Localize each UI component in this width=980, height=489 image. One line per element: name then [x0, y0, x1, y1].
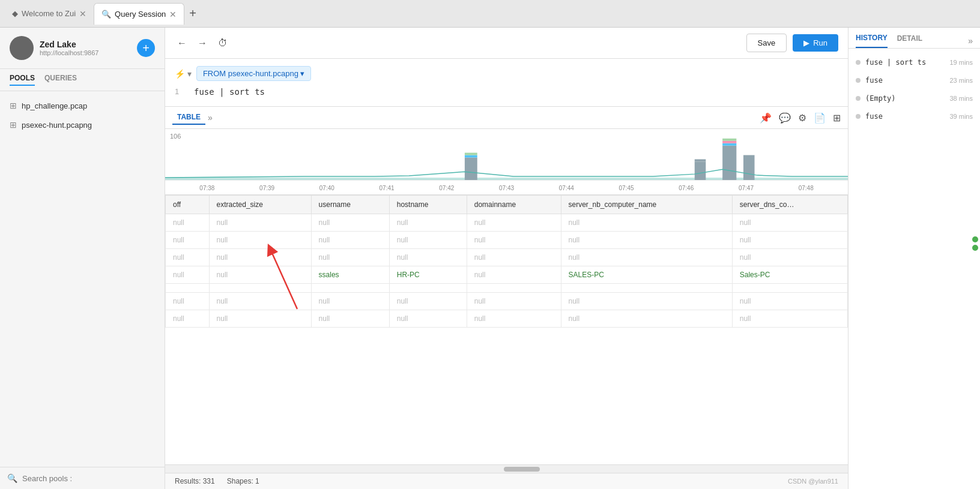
table-cell[interactable]: null	[209, 249, 311, 266]
run-button[interactable]: ▶ Run	[793, 34, 838, 52]
table-cell[interactable]: null	[389, 249, 467, 266]
filter-icon-btn[interactable]: 💬	[779, 112, 791, 124]
svg-rect-6	[695, 159, 706, 161]
col-header-extracted-size: extracted_size	[209, 196, 311, 214]
sidebar-nav-queries[interactable]: QUERIES	[44, 74, 77, 86]
history-item[interactable]: (Empty) 38 mins	[848, 89, 980, 107]
table-cell[interactable]: null	[732, 214, 847, 232]
table-cell[interactable]: null	[467, 214, 561, 232]
search-pools-input[interactable]	[22, 474, 157, 483]
tab-query[interactable]: 🔍 Query Session ✕	[94, 3, 184, 25]
pin-icon-btn[interactable]: 📌	[760, 112, 772, 124]
query-text[interactable]: fuse | sort ts	[194, 87, 265, 97]
settings-icon-btn[interactable]: ⚙	[798, 112, 806, 124]
table-hscroll[interactable]	[165, 464, 848, 473]
col-header-domainname: domainname	[467, 196, 561, 214]
table-cell[interactable]: null	[166, 214, 210, 232]
table-cell[interactable]: null	[311, 249, 389, 266]
table-cell[interactable]: null	[561, 249, 732, 266]
table-cell[interactable]: null	[311, 232, 389, 249]
pool-item-label-2: psexec-hunt.pcapng	[22, 121, 92, 130]
table-cell[interactable]: null	[389, 214, 467, 232]
table-cell[interactable]: null	[209, 310, 311, 328]
grid-icon-btn[interactable]: ⊞	[833, 112, 841, 124]
table-cell[interactable]: null	[467, 249, 561, 266]
table-cell[interactable]: null	[311, 293, 389, 310]
table-cell[interactable]	[311, 284, 389, 293]
table-cell[interactable]: null	[166, 266, 210, 284]
save-button[interactable]: Save	[746, 34, 787, 52]
col-header-hostname: hostname	[389, 196, 467, 214]
table-cell[interactable]: null	[166, 293, 210, 310]
chart-label-6: 07:44	[536, 185, 596, 191]
history-button[interactable]: ⏱	[216, 35, 230, 51]
table-cell[interactable]: null	[561, 232, 732, 249]
table-cell[interactable]	[389, 284, 467, 293]
sidebar-add-button[interactable]: +	[137, 39, 155, 57]
zed-icon: ⚡ ▾	[175, 69, 192, 79]
tab-new-button[interactable]: +	[184, 7, 201, 20]
table-cell[interactable]: null	[311, 310, 389, 328]
table-cell[interactable]: null	[209, 293, 311, 310]
pool-item-hp-challenge[interactable]: ⊞ hp_challenge.pcap	[0, 96, 165, 115]
chart-label-10: 07:48	[776, 185, 836, 191]
table-cell[interactable]: SALES-PC	[561, 266, 732, 284]
history-item[interactable]: fuse 23 mins	[848, 71, 980, 89]
table-cell[interactable]: null	[467, 232, 561, 249]
results-count: Results: 331	[175, 477, 215, 485]
history-item[interactable]: fuse 39 mins	[848, 107, 980, 125]
table-wrapper[interactable]: off extracted_size username hostname dom…	[165, 195, 848, 464]
table-cell[interactable]: null	[732, 249, 847, 266]
back-button[interactable]: ←	[175, 35, 189, 51]
results-icon-group: 📌 💬 ⚙ 📄 ⊞	[760, 112, 841, 124]
tab-detail[interactable]: DETAIL	[897, 34, 922, 47]
export-icon-btn[interactable]: 📄	[814, 112, 826, 124]
tab-query-close[interactable]: ✕	[169, 10, 177, 19]
table-cell[interactable]: null	[467, 266, 561, 284]
right-panel-expand[interactable]: »	[968, 36, 973, 46]
sidebar-nav-pools[interactable]: POOLS	[10, 74, 35, 86]
table-cell[interactable]: null	[732, 293, 847, 310]
table-cell[interactable]: null	[209, 266, 311, 284]
tab-welcome-close[interactable]: ✕	[79, 9, 86, 19]
table-cell[interactable]: HR-PC	[389, 266, 467, 284]
table-cell[interactable]: null	[732, 232, 847, 249]
table-cell[interactable]: null	[209, 214, 311, 232]
table-cell[interactable]	[561, 284, 732, 293]
table-cell[interactable]: null	[166, 232, 210, 249]
table-cell[interactable]	[732, 284, 847, 293]
tab-table[interactable]: TABLE	[172, 110, 205, 125]
table-cell[interactable]: null	[166, 310, 210, 328]
table-cell[interactable]: null	[467, 293, 561, 310]
table-cell[interactable]: null	[311, 214, 389, 232]
sidebar-header: Zed Lake http://localhost:9867 +	[0, 28, 165, 69]
table-cell[interactable]: null	[166, 249, 210, 266]
table-cell[interactable]: null	[389, 293, 467, 310]
from-badge[interactable]: FROM psexec-hunt.pcapng ▾	[196, 66, 312, 81]
sidebar-search-bar: 🔍	[0, 467, 165, 489]
hscroll-thumb[interactable]	[504, 467, 540, 472]
table-cell[interactable]: null	[732, 310, 847, 328]
table-cell[interactable]: Sales-PC	[732, 266, 847, 284]
table-cell[interactable]: null	[561, 214, 732, 232]
table-cell[interactable]: ssales	[311, 266, 389, 284]
table-cell[interactable]: null	[561, 310, 732, 328]
table-cell[interactable]: null	[467, 310, 561, 328]
table-cell[interactable]: null	[209, 232, 311, 249]
table-cell[interactable]: null	[389, 232, 467, 249]
table-cell[interactable]: null	[389, 310, 467, 328]
tab-history[interactable]: HISTORY	[856, 34, 888, 48]
table-row: nullnullnullnullnullnullnull	[166, 232, 848, 249]
table-cell[interactable]	[467, 284, 561, 293]
table-cell[interactable]	[209, 284, 311, 293]
history-item[interactable]: fuse | sort ts 19 mins	[848, 53, 980, 71]
table-cell[interactable]	[166, 284, 210, 293]
pool-icon: ⊞	[10, 101, 17, 110]
forward-button[interactable]: →	[195, 35, 210, 51]
table-cell[interactable]: null	[561, 293, 732, 310]
tab-welcome[interactable]: ◆ Welcome to Zui ✕	[5, 3, 94, 25]
pool-item-psexec-hunt[interactable]: ⊞ psexec-hunt.pcapng	[0, 115, 165, 134]
table-expand-arrow[interactable]: »	[208, 113, 213, 122]
history-dot	[856, 96, 861, 101]
sidebar: Zed Lake http://localhost:9867 + POOLS Q…	[0, 28, 165, 489]
